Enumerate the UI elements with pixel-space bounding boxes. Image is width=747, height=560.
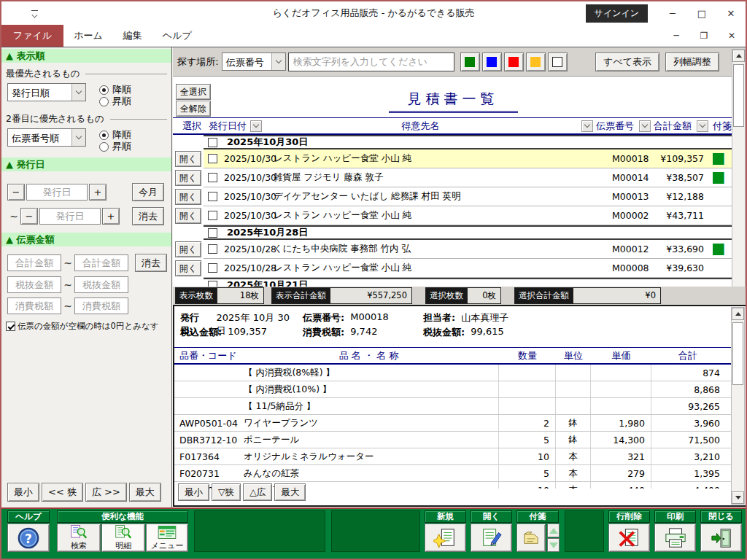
group-checkbox[interactable] [208, 281, 217, 287]
primary-sort-asc-radio[interactable]: 昇順 [99, 96, 131, 107]
primary-sort-select[interactable]: 発行日順 [7, 83, 86, 101]
sidebar-narrow-button[interactable]: << 狭 [42, 483, 83, 502]
customer-filter-button[interactable] [581, 120, 593, 132]
zero-amount-checkbox[interactable]: 伝票の金額が空欄の時は0円とみなす [6, 321, 171, 332]
print-button[interactable] [654, 524, 696, 552]
open-button[interactable] [471, 524, 512, 552]
column-customer[interactable]: 得意先名 [262, 120, 579, 133]
radio-icon[interactable] [99, 85, 109, 95]
child-minimize-button[interactable]: ─ [662, 25, 690, 47]
sidebar-max-button[interactable]: 最大 [129, 483, 161, 502]
secondary-sort-asc-radio[interactable]: 昇順 [99, 141, 131, 152]
signin-button[interactable]: サインイン [586, 4, 648, 23]
menu-tool-button[interactable]: メニュー [146, 524, 188, 552]
date-from-minus-button[interactable]: − [7, 184, 25, 201]
quote-row[interactable]: 開く 2025/10/30 レストラン ハッピー食堂 小山 純 M00018 ¥… [173, 149, 733, 168]
column-number[interactable]: 伝票番号 [596, 120, 637, 133]
maximize-button[interactable]: □ [687, 1, 716, 25]
detail-narrow-button[interactable]: ▽狭 [212, 483, 241, 501]
total-amount-to-field[interactable] [74, 254, 128, 271]
filter-blue-button[interactable] [482, 52, 502, 71]
checkbox-icon[interactable] [6, 322, 15, 331]
child-close-button[interactable]: ✕ [718, 25, 746, 47]
date-filter-button[interactable] [250, 120, 262, 132]
filter-green-button[interactable] [460, 52, 480, 71]
menu-tab-edit[interactable]: 編集 [113, 25, 152, 47]
column-select[interactable]: 選択 [182, 120, 209, 133]
number-filter-button[interactable] [639, 120, 651, 132]
chevron-down-icon[interactable] [71, 129, 85, 146]
group-checkbox[interactable] [208, 228, 217, 238]
column-width-button[interactable]: 列幅調整 [665, 52, 719, 71]
total-amount-from-field[interactable] [7, 254, 61, 271]
filter-red-button[interactable] [504, 52, 524, 71]
filter-yellow-button[interactable] [526, 52, 546, 71]
scroll-down-button[interactable] [732, 491, 744, 504]
filter-white-button[interactable] [548, 52, 568, 71]
minimize-button[interactable]: ─ [658, 1, 687, 25]
row-checkbox[interactable] [208, 173, 217, 182]
excl-tax-to-field[interactable] [74, 276, 128, 293]
detail-max-button[interactable]: 最大 [274, 483, 306, 501]
open-row-button[interactable]: 開く [175, 170, 201, 186]
scrollbar-thumb[interactable] [732, 322, 743, 385]
green-sticky-icon[interactable] [713, 172, 724, 184]
secondary-sort-desc-radio[interactable]: 降順 [99, 129, 131, 141]
quote-row[interactable]: 開く 2025/10/30 雑貨屋 フジモリ 藤森 敦子 M00014 ¥38,… [173, 168, 733, 187]
quick-access-toolbar-icon[interactable] [31, 10, 39, 17]
menu-tab-home[interactable]: ホーム [63, 25, 113, 47]
open-row-button[interactable]: 開く [175, 151, 201, 167]
tag-down-button[interactable] [547, 538, 560, 552]
list-scrollbar[interactable] [732, 49, 746, 303]
detail-wide-button[interactable]: △広 [243, 483, 272, 501]
scroll-up-button[interactable] [732, 50, 745, 62]
open-row-button[interactable]: 開く [175, 241, 201, 257]
row-checkbox[interactable] [208, 211, 217, 220]
date-clear-button[interactable]: 消去 [132, 207, 164, 225]
search-input[interactable] [288, 52, 454, 71]
search-location-select[interactable]: 伝票番号 [222, 52, 286, 71]
open-row-button[interactable]: 開く [175, 189, 201, 205]
sidebar-wide-button[interactable]: 広 >> [85, 483, 127, 502]
group-checkbox[interactable] [208, 138, 217, 147]
amount-clear-button[interactable]: 消去 [135, 254, 167, 272]
quote-row[interactable]: 開く 2025/10/28 レストラン ハッピー食堂 小山 純 M00008 ¥… [173, 259, 733, 278]
row-checkbox[interactable] [208, 154, 217, 163]
show-all-button[interactable]: すべて表示 [595, 52, 659, 71]
detail-min-button[interactable]: 最小 [178, 483, 209, 501]
menu-tab-help[interactable]: ヘルプ [152, 25, 202, 47]
close-button[interactable]: ✕ [716, 1, 746, 25]
scrollbar-thumb[interactable] [733, 64, 744, 127]
menu-tab-file[interactable]: ファイル [1, 25, 63, 47]
new-button[interactable] [425, 524, 466, 552]
quote-row[interactable]: 開く 2025/10/30 デイケアセンター いたばし 総務課 村田 英明 M0… [173, 187, 733, 206]
tax-from-field[interactable] [7, 298, 61, 314]
radio-icon[interactable] [99, 97, 109, 106]
open-row-button[interactable]: 開く [175, 208, 201, 224]
amount-section-header[interactable]: ▲ 伝票金額 [1, 233, 171, 246]
issue-date-section-header[interactable]: ▲ 発行日 [1, 158, 171, 171]
help-button[interactable]: ? [7, 524, 50, 552]
chevron-down-icon[interactable] [271, 53, 285, 70]
column-total[interactable]: 合計金額 [654, 120, 694, 133]
sort-section-header[interactable]: ▲ 表示順 [1, 49, 171, 63]
date-to-field[interactable] [39, 208, 101, 225]
child-restore-button[interactable]: ❐ [690, 25, 718, 47]
tag-up-button[interactable] [547, 524, 560, 537]
chevron-down-icon[interactable] [71, 84, 85, 101]
date-to-plus-button[interactable]: + [102, 208, 120, 225]
row-checkbox[interactable] [208, 244, 217, 254]
column-issue-date[interactable]: 発行日付 [209, 120, 248, 133]
this-month-button[interactable]: 今月 [132, 183, 164, 201]
primary-sort-desc-radio[interactable]: 降順 [99, 84, 131, 96]
search-tool-button[interactable]: 検索 [57, 524, 101, 552]
radio-icon[interactable] [99, 142, 109, 152]
scroll-up-button[interactable] [732, 308, 744, 320]
green-sticky-icon[interactable] [713, 153, 724, 165]
row-checkbox[interactable] [208, 263, 217, 273]
tag-button[interactable] [516, 524, 546, 552]
date-from-plus-button[interactable]: + [89, 184, 107, 201]
close-app-button[interactable] [700, 524, 742, 552]
quote-row[interactable]: 開く 2025/10/28 くにたち中央病院 事務部 竹内 弘 M00012 ¥… [173, 240, 733, 259]
delete-row-button[interactable] [608, 524, 650, 552]
